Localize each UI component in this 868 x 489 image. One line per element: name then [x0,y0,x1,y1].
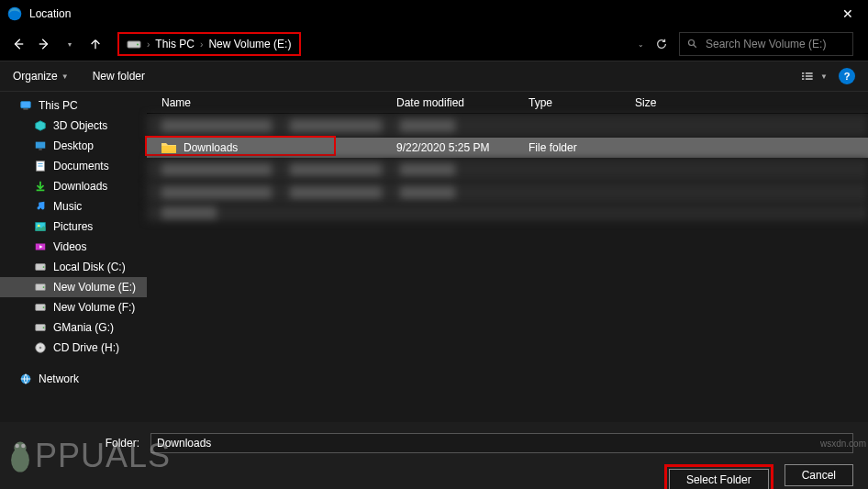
column-headers[interactable]: Name Date modified Type Size [147,92,868,114]
address-history-dropdown[interactable]: ⌄ [638,40,644,49]
chevron-right-icon: › [147,39,150,50]
cd-icon [33,341,48,354]
column-type[interactable]: Type [529,96,635,109]
3d-icon [33,119,48,132]
sidebar-item-label: Pictures [53,220,93,233]
corner-watermark: wsxdn.com [820,439,866,449]
chevron-right-icon: › [200,39,203,50]
net-icon [18,372,33,385]
svg-rect-8 [802,75,804,77]
column-name[interactable]: Name [161,96,396,109]
file-type: File folder [529,141,635,154]
svg-rect-16 [39,150,42,150]
back-button[interactable] [7,33,29,55]
svg-point-33 [39,347,42,350]
desktop-icon [33,139,48,152]
file-rows[interactable]: Downloads 9/22/2020 5:25 PM File folder [147,114,868,422]
svg-rect-10 [806,72,813,74]
main-area: This PC3D ObjectsDesktopDocumentsDownloa… [0,92,868,422]
disk-icon [33,321,48,334]
titlebar: Location ✕ [0,0,868,28]
breadcrumb-root[interactable]: This PC [155,38,195,50]
folder-icon [161,142,176,153]
bottom-panel: Folder: Select Folder Cancel [0,422,868,489]
sidebar-item-label: Network [39,372,79,385]
pc-icon [18,99,33,112]
svg-point-25 [43,266,45,268]
svg-rect-11 [806,75,813,77]
sidebar-item-cd-drive-h-[interactable]: CD Drive (H:) [0,338,147,358]
new-folder-button[interactable]: New folder [93,70,145,83]
edge-icon [7,6,22,21]
refresh-button[interactable] [655,38,668,50]
svg-point-27 [43,286,45,288]
sidebar-item-label: Local Disk (C:) [53,261,126,273]
disk-icon [33,301,48,314]
sidebar-item-label: Desktop [53,139,94,152]
toolbar: Organize ▼ New folder ▼ ? [0,61,868,92]
window-title: Location [29,7,71,20]
sidebar-item-label: Documents [53,160,109,172]
file-name: Downloads [184,141,238,154]
column-date[interactable]: Date modified [396,96,529,109]
down-icon [33,180,48,193]
svg-point-31 [43,327,45,328]
svg-point-29 [43,306,45,308]
music-icon [33,200,48,213]
svg-rect-12 [806,78,813,80]
file-row-blurred [147,205,868,221]
close-button[interactable]: ✕ [827,0,868,28]
navbar: ▾ › This PC › New Volume (E:) ⌄ Search N… [0,28,868,61]
help-button[interactable]: ? [839,68,855,84]
svg-line-6 [694,45,696,48]
file-row-selected[interactable]: Downloads 9/22/2020 5:25 PM File folder [147,138,868,158]
folder-input[interactable] [150,433,853,453]
disk-icon [33,261,48,273]
sidebar-item-label: Videos [53,240,86,253]
sidebar-item-label: GMania (G:) [53,321,114,334]
search-input[interactable]: Search New Volume (E:) [679,32,853,56]
sidebar-item-gmania-g-[interactable]: GMania (G:) [0,317,147,338]
sidebar-item-new-volume-f-[interactable]: New Volume (F:) [0,297,147,317]
sidebar-item-this-pc[interactable]: This PC [0,95,147,116]
folder-label: Folder: [15,437,143,450]
forward-button[interactable] [33,33,55,55]
docs-icon [33,160,48,172]
svg-rect-14 [23,109,28,110]
up-button[interactable] [84,33,106,55]
column-size[interactable]: Size [635,96,708,109]
disk-icon [33,281,48,294]
sidebar-item-pictures[interactable]: Pictures [0,217,147,237]
drive-icon [127,39,141,50]
sidebar-item-music[interactable]: Music [0,196,147,217]
sidebar-item-local-disk-c-[interactable]: Local Disk (C:) [0,257,147,277]
sidebar-item-label: This PC [39,99,78,112]
file-row-blurred [147,159,868,181]
address-bar[interactable]: › This PC › New Volume (E:) [117,32,301,56]
organize-button[interactable]: Organize ▼ [13,70,69,83]
file-list: Name Date modified Type Size Downloads 9… [147,92,868,422]
file-row-blurred [147,115,868,137]
sidebar-item-label: New Volume (E:) [53,281,136,294]
sidebar-item-network[interactable]: Network [0,369,147,389]
sidebar-item-videos[interactable]: Videos [0,237,147,257]
sidebar-item-downloads[interactable]: Downloads [0,176,147,196]
sidebar-item-3d-objects[interactable]: 3D Objects [0,116,147,136]
sidebar-item-label: 3D Objects [53,119,107,132]
sidebar-item-desktop[interactable]: Desktop [0,136,147,156]
sidebar-item-label: CD Drive (H:) [53,341,119,354]
pics-icon [33,220,48,233]
vids-icon [33,240,48,253]
recent-dropdown[interactable]: ▾ [59,33,81,55]
select-folder-highlight: Select Folder [664,464,773,489]
sidebar-item-label: Downloads [53,180,107,193]
sidebar-item-documents[interactable]: Documents [0,156,147,176]
sidebar-item-label: Music [53,200,82,213]
sidebar-item-new-volume-e-[interactable]: New Volume (E:) [0,277,147,297]
breadcrumb-current[interactable]: New Volume (E:) [208,38,291,50]
sidebar[interactable]: This PC3D ObjectsDesktopDocumentsDownloa… [0,92,147,422]
view-button[interactable]: ▼ [802,68,828,84]
svg-point-5 [689,40,695,46]
cancel-button[interactable]: Cancel [785,464,853,486]
select-folder-button[interactable]: Select Folder [669,469,769,489]
